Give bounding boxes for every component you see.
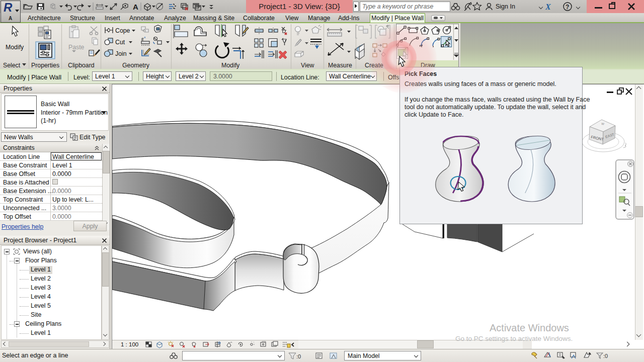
svg-text:Cut: Cut [115,39,125,46]
svg-text:Cope: Cope [115,27,130,34]
svg-text::0: :0 [603,353,608,359]
svg-text:A: A [133,3,138,11]
svg-text:?: ? [566,4,569,11]
svg-text:Join: Join [115,50,127,57]
svg-text:X: X [545,3,551,11]
svg-text::0: :0 [296,353,301,359]
